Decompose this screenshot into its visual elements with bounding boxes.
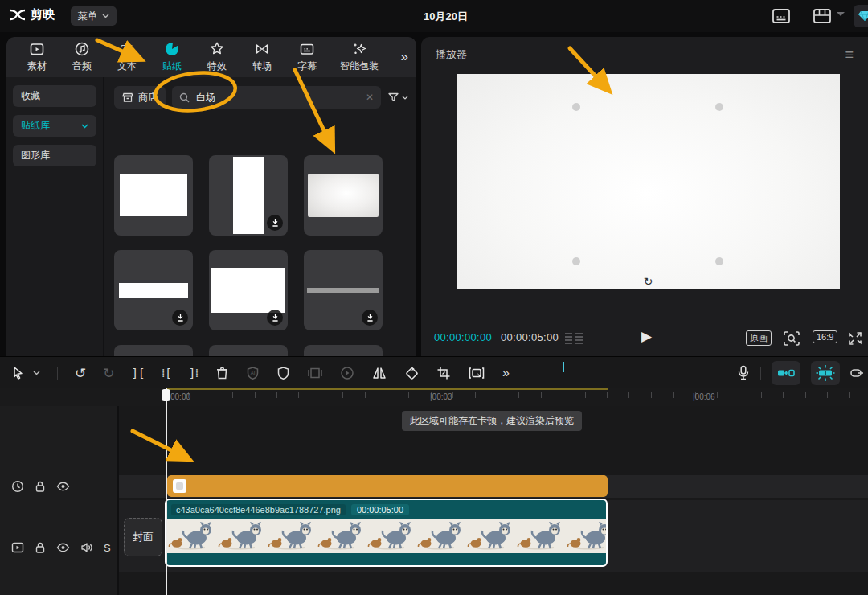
tab-audio[interactable]: 音频 — [59, 41, 104, 73]
lag-warning-toast: 此区域可能存在卡顿，建议渲染后预览 — [402, 411, 582, 431]
rotate-handle-icon[interactable]: ↻ — [644, 275, 653, 288]
tab-smart-pack[interactable]: 智能包装 — [330, 41, 389, 73]
delete-button[interactable] — [215, 366, 229, 380]
selection-handle-bottom-left[interactable] — [572, 257, 580, 265]
sticker-item-circle[interactable] — [304, 345, 383, 356]
tab-sticker[interactable]: 贴纸 — [149, 41, 194, 73]
selection-handle-bottom-right[interactable] — [715, 257, 723, 265]
selection-handle-top-right[interactable] — [715, 103, 723, 111]
video-clip-selected[interactable]: c43a0ca640ccf8e446e8b9ac1788727.png 00:0… — [165, 499, 608, 567]
download-icon[interactable] — [172, 310, 188, 326]
sticker-item-soft-glow-rect[interactable] — [304, 155, 383, 236]
pip-button[interactable] — [468, 366, 485, 380]
delete-right-button[interactable]: ]⁞ — [189, 367, 199, 380]
sticker-clip-thumb — [173, 479, 186, 493]
rotate-button[interactable] — [404, 366, 420, 381]
frame-grid-icon[interactable] — [564, 332, 583, 345]
search-box[interactable]: ✕ — [172, 86, 381, 109]
sticker-item-gray-line[interactable] — [304, 250, 383, 330]
mask-button[interactable] — [276, 366, 290, 380]
playhead-handle[interactable] — [162, 389, 170, 401]
download-icon[interactable] — [267, 215, 283, 231]
redo-button[interactable]: ↻ — [103, 365, 114, 382]
timeline-ruler[interactable]: 00:00 |00:03 |00:06 — [0, 388, 868, 406]
filmstrip-frame — [515, 519, 565, 553]
track-headers: S — [0, 406, 119, 595]
ruler-label: 00:00 — [170, 392, 190, 401]
sidebar-item-graphics-library[interactable]: 图形库 — [13, 145, 96, 166]
sidebar-item-favorites[interactable]: 收藏 — [13, 85, 96, 107]
fit-zoom-icon[interactable] — [783, 330, 800, 347]
current-time: 00:00:00:00 — [434, 331, 492, 343]
toolbar-divider — [57, 367, 58, 380]
lock-icon[interactable] — [35, 480, 46, 493]
auto-snap-button[interactable] — [811, 361, 840, 385]
play-button[interactable]: ▶ — [641, 328, 652, 345]
clock-icon[interactable] — [11, 480, 24, 493]
total-time: 00:00:05:00 — [501, 331, 559, 343]
player-menu-icon[interactable]: ≡ — [845, 47, 854, 62]
cover-button[interactable]: 封面 — [124, 518, 162, 556]
sticker-item-rect[interactable] — [209, 250, 288, 330]
lock-icon[interactable] — [35, 541, 46, 554]
filter-icon — [387, 92, 399, 103]
download-icon[interactable] — [267, 310, 283, 326]
layout-chevron-icon[interactable] — [836, 11, 845, 18]
play-clip-button[interactable] — [340, 366, 354, 380]
solo-badge[interactable]: S — [104, 542, 111, 554]
search-input[interactable] — [194, 91, 361, 104]
undo-button[interactable]: ↺ — [75, 365, 86, 382]
sticker-item-wide-rect[interactable] — [114, 155, 193, 236]
video-track-header: S — [11, 541, 111, 554]
render-indicator-line — [166, 388, 608, 390]
sticker-item-rounded-rect[interactable] — [114, 345, 193, 356]
media-icon — [29, 41, 45, 57]
smart-mask-button[interactable]: AI — [246, 366, 260, 380]
clear-search-icon[interactable]: ✕ — [366, 92, 374, 103]
sticker-item-tall-rect[interactable] — [209, 155, 288, 236]
preview-canvas[interactable]: ↻ — [457, 74, 840, 289]
more-tabs-button[interactable]: » — [401, 49, 407, 65]
speaker-icon[interactable] — [80, 542, 93, 553]
tab-media[interactable]: 素材 — [14, 41, 59, 73]
sticker-item-sparkle[interactable] — [209, 345, 288, 356]
aspect-ratio-button[interactable]: 16:9 — [813, 330, 837, 343]
tab-captions[interactable]: 字幕 — [285, 41, 330, 73]
more-tools-button[interactable]: » — [502, 366, 508, 380]
select-tool-button[interactable] — [11, 366, 26, 380]
store-button[interactable]: 商店 — [114, 86, 166, 109]
delete-left-button[interactable]: ⁞[ — [162, 367, 171, 380]
vip-diamond-button[interactable] — [854, 5, 868, 27]
download-icon[interactable] — [362, 310, 378, 326]
video-track-icon[interactable] — [11, 542, 24, 553]
filmstrip-frame — [366, 519, 416, 553]
crop-button[interactable] — [436, 366, 451, 380]
filmstrip-frame — [416, 519, 465, 553]
fullscreen-icon[interactable] — [847, 330, 863, 347]
mirror-button[interactable] — [371, 366, 387, 380]
tab-effects[interactable]: 特效 — [194, 41, 240, 73]
tab-text[interactable]: TI 文本 — [104, 41, 149, 73]
split-button[interactable]: ][ — [132, 367, 145, 380]
record-voice-icon[interactable] — [737, 365, 750, 381]
eye-icon[interactable] — [56, 543, 70, 552]
overlay-button[interactable] — [307, 366, 323, 380]
menu-button[interactable]: 菜单 — [71, 6, 117, 26]
filter-button[interactable] — [387, 92, 408, 103]
eye-icon[interactable] — [56, 482, 70, 491]
quality-button[interactable]: 原画 — [746, 330, 772, 346]
sticker-clip[interactable] — [167, 475, 608, 497]
selection-handle-top-left[interactable] — [572, 103, 580, 111]
audio-icon — [74, 41, 90, 57]
main-track-magnet-button[interactable] — [772, 361, 800, 385]
sidebar-item-sticker-library[interactable]: 贴纸库 — [13, 115, 96, 137]
select-tool-chevron-icon[interactable] — [33, 371, 40, 375]
caption-panel-icon[interactable] — [771, 6, 792, 26]
sticker-item-thin-strip[interactable] — [114, 250, 193, 330]
linkage-icon[interactable] — [850, 367, 863, 380]
layout-panel-icon[interactable] — [812, 6, 833, 26]
player-header: 播放器 ≡ — [421, 37, 868, 72]
timeline-area: 00:00 |00:03 |00:06 此区域可能存在卡顿，建议渲染后预览 — [0, 388, 868, 595]
tab-transitions[interactable]: 转场 — [240, 41, 285, 73]
playhead-line[interactable] — [166, 388, 167, 595]
